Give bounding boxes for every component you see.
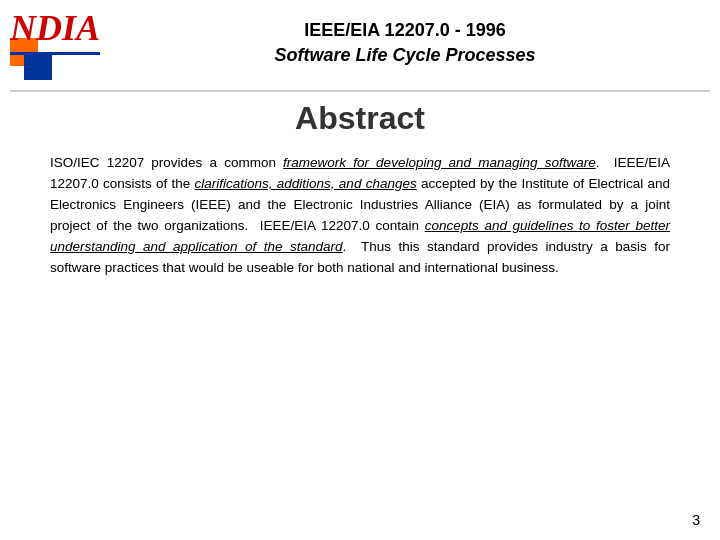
link-concepts: concepts and guidelines to foster better… xyxy=(50,218,670,254)
header-divider xyxy=(10,90,710,92)
link-clarifications: clarifications, additions, and changes xyxy=(195,176,417,191)
logo-blue-square xyxy=(24,52,52,80)
header-title-line1: IEEE/EIA 12207.0 - 1996 xyxy=(110,18,700,43)
header: IEEE/EIA 12207.0 - 1996 Software Life Cy… xyxy=(110,18,700,68)
abstract-body: ISO/IEC 12207 provides a common framewor… xyxy=(50,153,670,279)
page-number: 3 xyxy=(692,512,700,528)
link-framework: framework for developing and managing so… xyxy=(283,155,596,170)
logo: NDIA xyxy=(10,10,100,80)
abstract-section: Abstract ISO/IEC 12207 provides a common… xyxy=(50,100,670,279)
logo-underline xyxy=(10,52,100,55)
header-title-line2: Software Life Cycle Processes xyxy=(110,43,700,68)
abstract-title: Abstract xyxy=(50,100,670,137)
ndia-logo-text: NDIA xyxy=(10,10,100,46)
